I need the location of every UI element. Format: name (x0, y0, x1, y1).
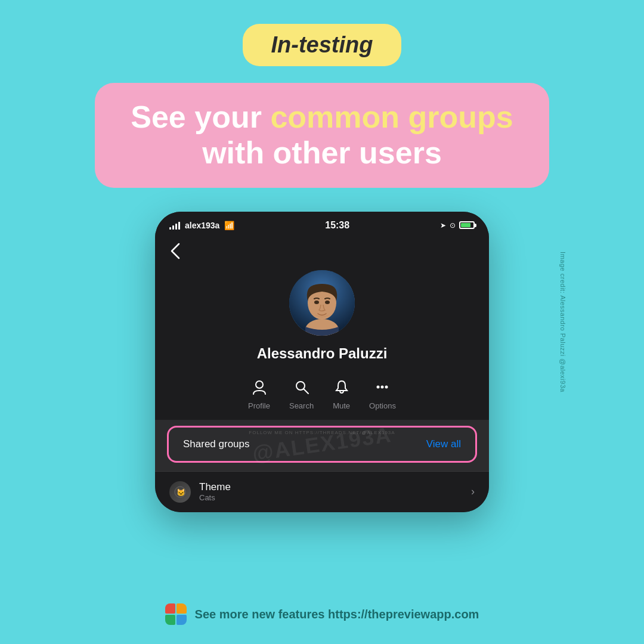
signal-bars (169, 221, 180, 230)
follow-me-text: FOLLOW ME ON HTTPS://THREADS.NET/@ALEX19… (249, 430, 395, 435)
in-testing-badge: In-testing (243, 24, 402, 66)
back-button[interactable] (169, 242, 181, 264)
profile-action-label: Profile (248, 401, 270, 410)
side-credit: Image credit: Alessandro Paluzzi @alexi9… (559, 252, 566, 392)
status-left: alex193a 📶 (169, 221, 234, 230)
carrier-name: alex193a (185, 221, 219, 230)
avatar-container (169, 270, 475, 336)
logo-cell-blue (177, 615, 187, 625)
profile-action-icon (251, 379, 268, 398)
search-action-icon (293, 379, 310, 398)
badge-label: In-testing (271, 32, 373, 57)
mute-action-label: Mute (333, 401, 350, 410)
svg-point-7 (256, 381, 263, 388)
settings-icon: ⊙ (450, 221, 456, 230)
view-all-button[interactable]: View all (426, 438, 461, 450)
watermark-text: @ALEX193A (251, 422, 394, 466)
profile-content: Alessandro Paluzzi Profile (155, 236, 489, 420)
headline-text: See your common groups with other users (131, 100, 513, 171)
status-bar: alex193a 📶 15:38 ➤ ⊙ (155, 212, 489, 236)
theme-icon: 🐱 (169, 481, 191, 503)
theme-section[interactable]: 🐱 Theme Cats › (155, 471, 489, 512)
logo-cell-red (165, 603, 175, 614)
mute-action-icon (333, 379, 350, 398)
battery-icon (459, 221, 475, 229)
svg-point-11 (381, 385, 384, 388)
shared-groups-section: FOLLOW ME ON HTTPS://THREADS.NET/@ALEX19… (167, 426, 477, 463)
svg-point-10 (377, 385, 380, 388)
options-action-label: Options (369, 401, 396, 410)
search-action-label: Search (289, 401, 314, 410)
signal-bar-2 (172, 225, 174, 230)
signal-bar-4 (178, 222, 180, 230)
shared-groups-label: Shared groups (183, 438, 250, 450)
preview-logo (165, 603, 187, 625)
logo-cell-green (165, 615, 175, 625)
headline-part1: See your (131, 100, 270, 134)
location-icon: ➤ (440, 221, 446, 230)
wifi-icon: 📶 (224, 221, 234, 230)
theme-title: Theme (199, 481, 463, 493)
chevron-right-icon: › (471, 485, 475, 498)
footer: See more new features https://thepreview… (0, 603, 644, 625)
status-time: 15:38 (325, 220, 349, 231)
profile-action-btn[interactable]: Profile (248, 379, 270, 410)
user-avatar (289, 270, 355, 336)
user-name: Alessandro Paluzzi (169, 345, 475, 362)
svg-point-12 (385, 385, 388, 388)
page-wrapper: In-testing See your common groups with o… (0, 0, 644, 644)
battery-fill (461, 223, 470, 227)
footer-text: See more new features https://thepreview… (195, 608, 479, 621)
options-action-icon (374, 379, 391, 398)
badge-container: In-testing (243, 24, 402, 66)
theme-subtitle: Cats (199, 493, 463, 502)
mute-action-btn[interactable]: Mute (333, 379, 350, 410)
theme-info: Theme Cats (199, 481, 463, 502)
signal-bar-1 (169, 227, 171, 230)
headline-part2: with other users (202, 135, 442, 170)
options-action-btn[interactable]: Options (369, 379, 396, 410)
svg-point-5 (314, 301, 319, 304)
svg-line-9 (304, 389, 308, 394)
search-action-btn[interactable]: Search (289, 379, 314, 410)
phone-mockup: alex193a 📶 15:38 ➤ ⊙ (155, 212, 489, 512)
headline-container: See your common groups with other users (95, 83, 549, 188)
logo-cell-orange (177, 603, 187, 614)
headline-highlight: common groups (270, 100, 513, 134)
status-right: ➤ ⊙ (440, 221, 475, 230)
svg-text:🐱: 🐱 (177, 488, 185, 497)
signal-bar-3 (175, 224, 177, 230)
action-buttons: Profile Search (169, 374, 475, 420)
svg-point-6 (325, 301, 330, 304)
